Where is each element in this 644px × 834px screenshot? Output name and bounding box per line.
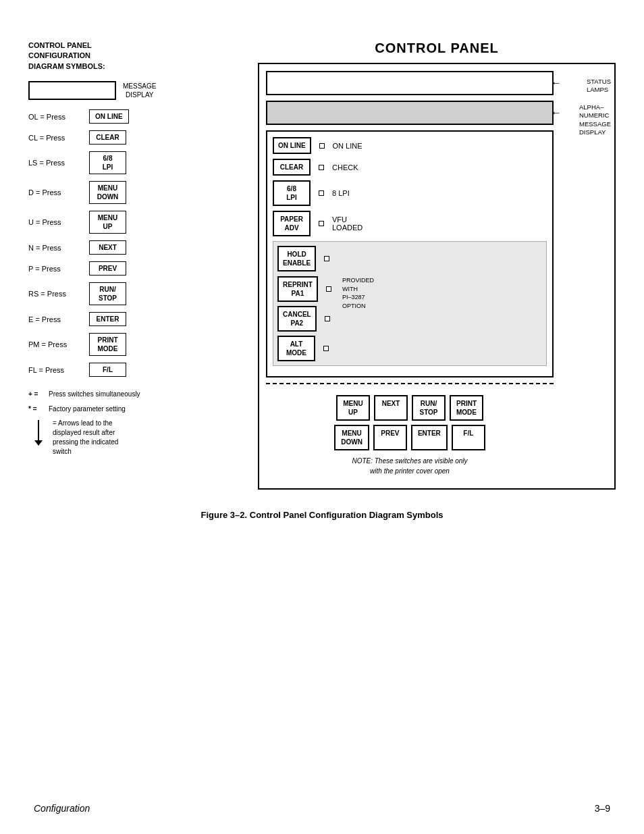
ls-label: LS = Press [28,159,89,167]
menudown-symbol-btn: MENUDOWN [89,181,126,204]
e-label: E = Press [28,315,89,323]
enter-btn[interactable]: ENTER [411,425,448,450]
alpha-display-row: ALPHA–NUMERICMESSAGEDISPLAY ← [266,101,554,125]
symbol-row-fl: FL = Press F/L [28,363,244,377]
online-label: ON LINE [333,142,363,150]
btn-row-alt: ALTMODE [277,336,542,361]
led-online [319,143,325,149]
message-display-row: MESSAGEDISPLAY [28,81,244,100]
page-footer: Configuration 3–9 [0,803,644,814]
fl-symbol-btn: F/L [89,363,126,377]
displays-wrapper: STATUSLAMPS ← ALPHA–NUMERICMESSAGEDISPLA… [266,71,554,125]
led-col-paper [316,221,327,226]
menu-down-btn[interactable]: MENUDOWN [334,425,369,450]
lpi8-label: 8 LPI [332,189,350,197]
display-area: STATUSLAMPS ← ALPHA–NUMERICMESSAGEDISPLA… [266,71,608,125]
paper-adv-btn[interactable]: PAPERADV [273,211,311,236]
main-area: CONTROL PANELCONFIGURATIONDIAGRAM SYMBOL… [28,41,616,490]
printmode-symbol-btn: PRINTMODE [89,333,126,356]
pm-label: PM = Press [28,340,89,348]
btn-row-clear: CLEAR CHECK [273,159,547,176]
check-label: CHECK [332,163,358,172]
led-clear [319,165,324,170]
led-cancel [325,316,330,321]
status-label: STATUSLAMPS [587,78,611,95]
lpi-btn[interactable]: 6/8LPI [273,180,311,206]
hold-enable-btn[interactable]: HOLDENABLE [277,246,316,271]
print-mode-btn[interactable]: PRINTMODE [450,395,483,421]
plus-text: Press switches simultaneously [49,389,140,400]
alpha-display [266,101,554,125]
symbol-row-u: U = Press MENUUP [28,211,244,234]
symbol-row-e: E = Press ENTER [28,312,244,326]
symbol-row-d: D = Press MENUDOWN [28,181,244,204]
page: CONTROL PANELCONFIGURATIONDIAGRAM SYMBOL… [0,0,644,547]
led-col-cancel [322,316,333,321]
right-panel: CONTROL PANEL STATUSLAMPS ← [258,41,616,490]
online-symbol-btn: ON LINE [89,109,129,124]
bottom-btn-area: MENUUP NEXT RUN/STOP PRINTMODE MENUDOWN … [266,390,554,481]
footer-right: 3–9 [595,803,610,814]
d-label: D = Press [28,188,89,197]
alpha-arrow: ← [551,107,562,119]
arrow-col [28,420,49,446]
led-lpi [319,190,324,196]
legend-star: * = Factory parameter setting [28,404,244,415]
reprint-btn[interactable]: REPRINTPA1 [277,276,318,302]
clear-symbol-btn: CLEAR [89,130,126,145]
cl-label: CL = Press [28,134,89,142]
figure-caption: Figure 3–2. Control Panel Configuration … [201,510,444,520]
arrow-legend: = Arrows lead to thedisplayed result aft… [28,419,244,457]
led-col-lpi [316,190,327,196]
u-label: U = Press [28,218,89,226]
star-sym: * = [28,404,49,415]
btn-row-reprint: REPRINTPA1 [277,276,334,302]
alt-mode-btn[interactable]: ALTMODE [277,336,315,361]
note-text: NOTE: These switches are visible onlywit… [273,456,547,476]
led-hold [324,256,329,261]
led-paper [319,221,324,226]
runstop-symbol-btn: RUN/STOP [89,282,126,305]
fl-btn[interactable]: F/L [452,425,485,450]
arrow-line [38,420,39,440]
dashed-separator [266,383,554,384]
fl-label: FL = Press [28,366,89,374]
next-btn[interactable]: NEXT [374,395,408,421]
prev-btn[interactable]: PREV [373,425,407,450]
lpi-symbol-btn: 6/8LPI [89,151,126,174]
cancel-btn[interactable]: CANCELPA2 [277,306,317,332]
symbol-row-ls: LS = Press 6/8LPI [28,151,244,174]
led-reprint [326,286,331,292]
rs-label: RS = Press [28,290,89,298]
symbol-row-rs: RS = Press RUN/STOP [28,282,244,305]
reprint-buttons: REPRINTPA1 CANCELPA2 [277,276,334,332]
btn-row-cancel: CANCELPA2 [277,306,334,332]
btn-row-paper: PAPERADV VFULOADED [273,211,547,236]
led-col-online [317,143,327,149]
message-label: MESSAGEDISPLAY [123,82,156,99]
p-label: P = Press [28,265,89,273]
btn-grid-outer: ON LINE ON LINE CLEAR CHECK 6/8LPI [266,130,554,377]
run-stop-btn[interactable]: RUN/STOP [412,395,446,421]
menu-up-btn[interactable]: MENUUP [336,395,370,421]
prev-symbol-btn: PREV [89,261,126,276]
symbols-title: CONTROL PANELCONFIGURATIONDIAGRAM SYMBOL… [28,41,244,72]
panel-outer: STATUSLAMPS ← ALPHA–NUMERICMESSAGEDISPLA… [258,63,616,490]
symbol-row-n: N = Press NEXT [28,240,244,255]
clear-btn[interactable]: CLEAR [273,159,311,176]
alpha-label: ALPHA–NUMERICMESSAGEDISPLAY [579,103,611,136]
status-arrow: ← [551,77,562,89]
bottom-row-2: MENUDOWN PREV ENTER F/L [273,425,547,450]
star-text: Factory parameter setting [49,404,126,415]
btn-row-hold: HOLDENABLE [277,246,542,271]
btn-row-online: ON LINE ON LINE [273,137,547,154]
vfu-label: VFULOADED [332,215,363,232]
led-col-clear [316,165,327,170]
n-label: N = Press [28,244,89,252]
enter-symbol-btn: ENTER [89,312,126,326]
online-btn[interactable]: ON LINE [273,137,311,154]
symbol-row-p: P = Press PREV [28,261,244,276]
control-panel-title: CONTROL PANEL [258,41,616,56]
footer-left: Configuration [34,803,90,814]
led-col-hold [321,256,332,261]
